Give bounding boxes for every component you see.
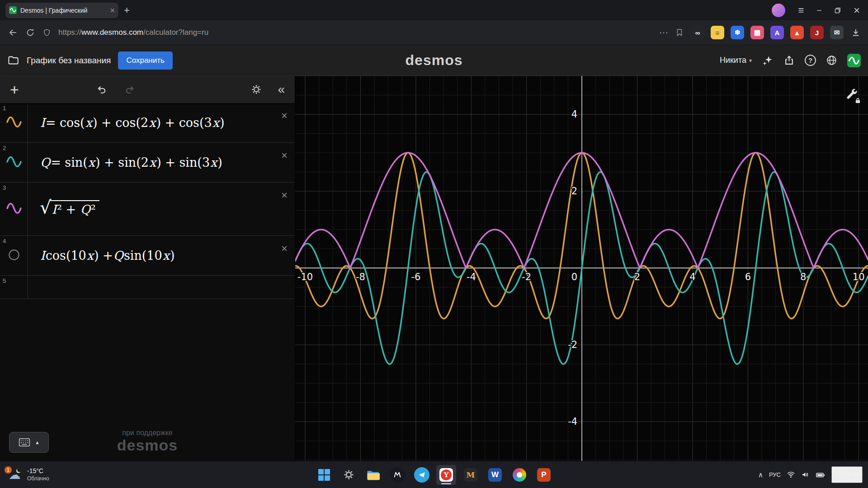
language-globe-icon[interactable] bbox=[826, 55, 837, 66]
expression-row-3[interactable]: 3√I² + Q²× bbox=[0, 183, 295, 236]
browser-tab[interactable]: Desmos | Графический × bbox=[5, 3, 118, 18]
add-expression-button[interactable]: + bbox=[10, 82, 19, 97]
expression-math[interactable] bbox=[28, 276, 295, 299]
system-tray: ∧ РУС 8:03 08.12.2025 bbox=[758, 461, 868, 488]
app-m-taskbar-icon[interactable]: M bbox=[461, 465, 481, 485]
window-restore-button[interactable] bbox=[835, 7, 841, 14]
weather-widget[interactable]: ☁ 1 -15°C Облачно bbox=[0, 461, 56, 488]
browser-avatar[interactable] bbox=[772, 4, 785, 17]
share-icon[interactable] bbox=[783, 55, 795, 66]
list-settings-gear-icon[interactable] bbox=[250, 84, 262, 95]
tray-overflow-chevron-icon[interactable]: ∧ bbox=[758, 471, 763, 479]
back-icon[interactable] bbox=[7, 27, 18, 38]
delete-expression-icon[interactable]: × bbox=[281, 243, 288, 254]
settings-taskbar-icon[interactable] bbox=[339, 465, 359, 485]
extension-icon-shortcuts[interactable]: ▲ bbox=[790, 26, 804, 39]
svg-text:2: 2 bbox=[571, 186, 577, 197]
window-minimize-button[interactable]: − bbox=[816, 6, 822, 15]
window-close-button[interactable]: × bbox=[854, 5, 860, 16]
moon-icon bbox=[17, 468, 22, 472]
delete-expression-icon[interactable]: × bbox=[281, 110, 288, 121]
wifi-icon[interactable] bbox=[787, 470, 795, 479]
yandex-browser-taskbar-icon[interactable]: Y bbox=[436, 465, 456, 485]
extension-icon-history[interactable]: J bbox=[810, 26, 824, 39]
clock-widget[interactable]: 8:03 08.12.2025 bbox=[831, 466, 863, 483]
expression-math[interactable]: I = cos(x) + cos(2x) + cos(3x) bbox=[28, 103, 295, 142]
telegram-taskbar-icon[interactable] bbox=[412, 465, 432, 485]
downloads-icon[interactable] bbox=[851, 28, 861, 38]
notification-badge: 1 bbox=[5, 466, 12, 474]
delete-expression-icon[interactable]: × bbox=[281, 150, 288, 161]
word-taskbar-icon[interactable]: W bbox=[485, 465, 505, 485]
hidden-curve-circle-icon[interactable] bbox=[7, 248, 21, 264]
delete-expression-icon[interactable]: × bbox=[281, 190, 288, 201]
powerpoint-taskbar-icon[interactable]: P bbox=[534, 465, 554, 485]
graph-settings-wrench-icon[interactable] bbox=[841, 84, 862, 105]
expression-gutter[interactable]: 3 bbox=[0, 183, 28, 235]
svg-text:4: 4 bbox=[571, 109, 577, 120]
extension-icon-translator[interactable]: A bbox=[770, 26, 784, 39]
more-actions-icon[interactable]: ⋯ bbox=[659, 28, 668, 37]
expression-row-4[interactable]: 4I cos(10x) + Q sin(10x)× bbox=[0, 236, 295, 276]
extensions: ∞≡❄▦A▲J✉ bbox=[691, 26, 844, 39]
tab-close-button[interactable]: × bbox=[110, 6, 115, 14]
lock-icon bbox=[855, 98, 861, 105]
curve-color-icon[interactable] bbox=[6, 154, 22, 172]
svg-text:-10: -10 bbox=[297, 272, 313, 282]
keyboard-toggle-button[interactable]: ▲ bbox=[9, 432, 49, 453]
graph-canvas[interactable]: -10-8-6-4-20246810-4-224 bbox=[295, 76, 868, 461]
help-icon[interactable]: ? bbox=[805, 55, 816, 66]
extension-icon-vpn[interactable]: ❄ bbox=[731, 26, 744, 39]
expression-index: 1 bbox=[3, 105, 6, 112]
volume-icon[interactable] bbox=[801, 470, 810, 479]
whats-new-sparkle-icon[interactable] bbox=[762, 55, 774, 66]
url-field[interactable]: https://www.desmos.com/calculator?lang=r… bbox=[58, 28, 208, 37]
battery-icon[interactable] bbox=[816, 470, 826, 480]
expression-row-5[interactable]: 5 bbox=[0, 276, 295, 299]
extension-icon-messenger[interactable]: ✉ bbox=[830, 26, 844, 39]
collapse-panel-icon[interactable]: « bbox=[278, 83, 285, 96]
desmos-app-icon[interactable] bbox=[847, 54, 861, 67]
graph-title[interactable]: График без названия bbox=[27, 56, 111, 66]
undo-icon[interactable] bbox=[96, 84, 108, 95]
keyboard-expand-icon: ▲ bbox=[35, 440, 40, 445]
photos-taskbar-icon[interactable] bbox=[509, 465, 529, 485]
expression-math[interactable]: Q = sin(x) + sin(2x) + sin(3x) bbox=[28, 143, 295, 182]
svg-text:2: 2 bbox=[634, 272, 640, 282]
refresh-icon[interactable] bbox=[25, 28, 35, 38]
expression-math[interactable]: √I² + Q² bbox=[28, 183, 295, 235]
new-tab-button[interactable]: + bbox=[124, 5, 130, 15]
expression-gutter[interactable]: 1 bbox=[0, 103, 28, 142]
site-safety-shield-icon[interactable] bbox=[42, 28, 51, 37]
extension-icon-collections[interactable]: ▦ bbox=[750, 26, 764, 39]
gitkraken-taskbar-icon[interactable] bbox=[387, 465, 407, 485]
svg-text:8: 8 bbox=[800, 272, 806, 282]
open-graph-folder-icon[interactable] bbox=[7, 54, 19, 66]
bookmark-flag-icon[interactable] bbox=[675, 28, 684, 37]
expression-row-1[interactable]: 1I = cos(x) + cos(2x) + cos(3x)× bbox=[0, 103, 295, 143]
curve-color-icon[interactable] bbox=[6, 200, 22, 218]
expression-math[interactable]: I cos(10x) + Q sin(10x) bbox=[28, 236, 295, 275]
extension-icon-adguard[interactable]: ∞ bbox=[691, 26, 704, 39]
explorer-taskbar-icon[interactable] bbox=[363, 465, 383, 485]
account-menu[interactable]: Никита ▾ bbox=[720, 56, 752, 65]
start-taskbar-icon[interactable] bbox=[314, 465, 334, 485]
user-name: Никита bbox=[720, 56, 746, 65]
clock-time: 8:03 bbox=[850, 467, 862, 475]
expression-toolbar: + « bbox=[0, 76, 295, 103]
tab-title: Desmos | Графический bbox=[20, 7, 106, 14]
expression-gutter[interactable]: 4 bbox=[0, 236, 28, 275]
expression-gutter[interactable]: 2 bbox=[0, 143, 28, 182]
redo-icon[interactable] bbox=[124, 84, 136, 95]
save-button[interactable]: Сохранить bbox=[118, 52, 172, 70]
desmos-favicon bbox=[9, 6, 17, 14]
graph-region[interactable]: -10-8-6-4-20246810-4-224 bbox=[295, 76, 868, 461]
clock-date: 08.12.2025 bbox=[832, 475, 862, 483]
chevron-down-icon: ▾ bbox=[749, 57, 752, 64]
browser-menu-icon[interactable]: ≡ bbox=[798, 5, 804, 15]
extension-icon-notes[interactable]: ≡ bbox=[711, 26, 724, 39]
curve-color-icon[interactable] bbox=[6, 114, 22, 132]
keyboard-language[interactable]: РУС bbox=[769, 471, 781, 478]
expression-gutter[interactable]: 5 bbox=[0, 276, 28, 299]
expression-row-2[interactable]: 2Q = sin(x) + sin(2x) + sin(3x)× bbox=[0, 143, 295, 183]
